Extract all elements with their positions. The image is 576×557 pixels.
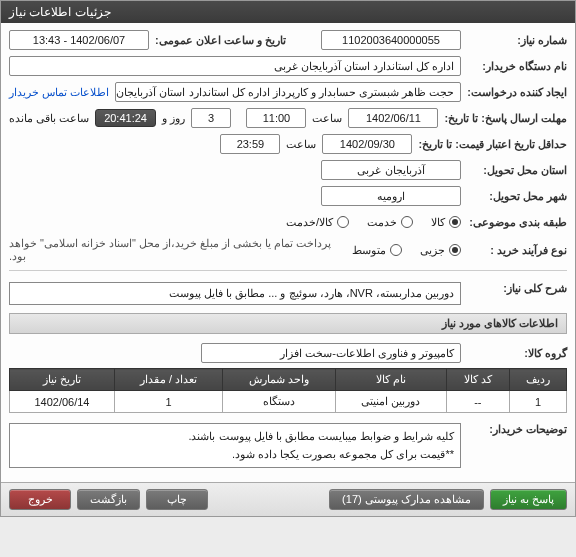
days-left-field: 3	[191, 108, 231, 128]
desc-label: شرح کلی نیاز:	[467, 282, 567, 295]
window-title: جزئیات اطلاعات نیاز	[9, 5, 111, 19]
announce-label: تاریخ و ساعت اعلان عمومی:	[155, 34, 286, 47]
process-note: پرداخت تمام یا بخشی از مبلغ خرید،از محل …	[9, 237, 346, 263]
deadline-time-field: 11:00	[246, 108, 306, 128]
col-row: ردیف	[509, 369, 566, 391]
form-area: شماره نیاز: 1102003640000055 تاریخ و ساع…	[1, 23, 575, 482]
items-section-header: اطلاعات کالاهای مورد نیاز	[9, 313, 567, 334]
need-no-label: شماره نیاز:	[467, 34, 567, 47]
topic-class-group: کالا خدمت کالا/خدمت	[286, 216, 461, 229]
buyer-label: نام دستگاه خریدار:	[467, 60, 567, 73]
day-label: روز و	[162, 112, 185, 125]
process-radio-minor[interactable]: جزیی	[420, 244, 461, 257]
col-name: نام کالا	[335, 369, 446, 391]
group-label: گروه کالا:	[467, 347, 567, 360]
cell-qty: 1	[114, 391, 222, 413]
cell-code: --	[446, 391, 509, 413]
cell-unit: دستگاه	[223, 391, 336, 413]
process-radio-medium-label: متوسط	[352, 244, 386, 257]
city-label: شهر محل تحویل:	[467, 190, 567, 203]
process-radio-minor-label: جزیی	[420, 244, 445, 257]
validity-label: حداقل تاریخ اعتبار قیمت: تا تاریخ:	[418, 138, 567, 151]
items-table: ردیف کد کالا نام کالا واحد شمارش تعداد /…	[9, 368, 567, 413]
need-details-window: جزئیات اطلاعات نیاز شماره نیاز: 11020036…	[0, 0, 576, 517]
cell-row: 1	[509, 391, 566, 413]
desc-text: دوربین مداربسته، NVR، هارد، سوئیچ و ... …	[9, 282, 461, 305]
time-label-1: ساعت	[312, 112, 342, 125]
attachments-button[interactable]: مشاهده مدارک پیوستی (17)	[329, 489, 484, 510]
announce-field: 1402/06/07 - 13:43	[9, 30, 149, 50]
need-no-field: 1102003640000055	[321, 30, 461, 50]
respond-button[interactable]: پاسخ به نیاز	[490, 489, 567, 510]
validity-date-field: 1402/09/30	[322, 134, 412, 154]
cell-date: 1402/06/14	[10, 391, 115, 413]
window-title-bar: جزئیات اطلاعات نیاز	[1, 1, 575, 23]
col-qty: تعداد / مقدار	[114, 369, 222, 391]
topic-radio-both-label: کالا/خدمت	[286, 216, 333, 229]
buyer-field: اداره کل استاندارد استان آذربایجان غربی	[9, 56, 461, 76]
topic-radio-goods-label: کالا	[431, 216, 445, 229]
table-row[interactable]: 1 -- دوربین امنیتی دستگاه 1 1402/06/14	[10, 391, 567, 413]
topic-radio-service[interactable]: خدمت	[367, 216, 413, 229]
requester-label: ایجاد کننده درخواست:	[467, 86, 567, 99]
group-field: کامپیوتر و فناوری اطلاعات-سخت افزار	[201, 343, 461, 363]
process-group: جزیی متوسط	[352, 244, 461, 257]
process-radio-medium[interactable]: متوسط	[352, 244, 402, 257]
buyer-contact-link[interactable]: اطلاعات تماس خریدار	[9, 86, 109, 99]
footer-bar: پاسخ به نیاز مشاهده مدارک پیوستی (17) چا…	[1, 482, 575, 516]
cell-name: دوربین امنیتی	[335, 391, 446, 413]
print-button[interactable]: چاپ	[146, 489, 208, 510]
exit-button[interactable]: خروج	[9, 489, 71, 510]
province-field: آذربایجان غربی	[321, 160, 461, 180]
back-button[interactable]: بازگشت	[77, 489, 140, 510]
remain-label: ساعت باقی مانده	[9, 112, 89, 125]
col-date: تاریخ نیاز	[10, 369, 115, 391]
validity-time-field: 23:59	[220, 134, 280, 154]
table-header-row: ردیف کد کالا نام کالا واحد شمارش تعداد /…	[10, 369, 567, 391]
buyer-notes-text: کلیه شرایط و ضوابط میبایست مطابق با فایل…	[9, 423, 461, 468]
topic-radio-both[interactable]: کالا/خدمت	[286, 216, 349, 229]
province-label: استان محل تحویل:	[467, 164, 567, 177]
requester-field: حجت ظاهر شبستری حسابدار و کارپرداز اداره…	[115, 82, 461, 102]
city-field: ارومیه	[321, 186, 461, 206]
topic-class-label: طبقه بندی موضوعی:	[467, 216, 567, 229]
deadline-date-field: 1402/06/11	[348, 108, 438, 128]
buyer-notes-label: توضیحات خریدار:	[467, 423, 567, 436]
col-unit: واحد شمارش	[223, 369, 336, 391]
col-code: کد کالا	[446, 369, 509, 391]
countdown-box: 20:41:24	[95, 109, 156, 127]
topic-radio-service-label: خدمت	[367, 216, 397, 229]
deadline-label: مهلت ارسال پاسخ: تا تاریخ:	[444, 112, 567, 125]
topic-radio-goods[interactable]: کالا	[431, 216, 461, 229]
time-label-2: ساعت	[286, 138, 316, 151]
process-label: نوع فرآیند خرید :	[467, 244, 567, 257]
